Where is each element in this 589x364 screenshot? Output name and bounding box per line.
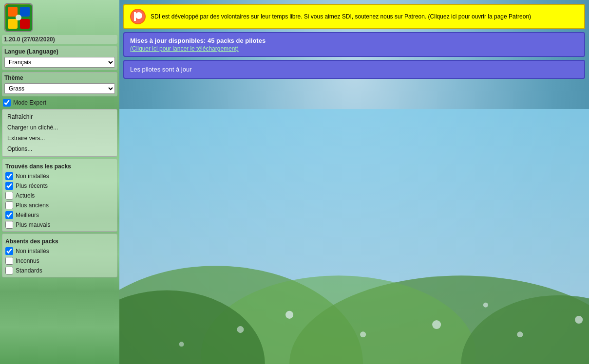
absent-non-installed-row: Non installés xyxy=(4,247,115,255)
svg-point-5 xyxy=(16,15,21,20)
updates-notification[interactable]: Mises à jour disponibles: 45 packs de pi… xyxy=(123,32,585,57)
found-in-packs-label: Trouvés dans les packs xyxy=(4,161,115,171)
uptodate-notification: Les pilotes sont à jour xyxy=(123,60,585,79)
svg-rect-3 xyxy=(8,19,18,29)
expert-mode-label[interactable]: Mode Expert xyxy=(13,99,46,106)
patreon-icon xyxy=(130,9,146,24)
svg-point-21 xyxy=(135,12,142,19)
absent-inconnus-checkbox[interactable] xyxy=(5,257,13,265)
expert-mode-row: Mode Expert xyxy=(2,98,117,107)
filter-non-installed-label[interactable]: Non installés xyxy=(16,173,49,180)
svg-rect-4 xyxy=(20,19,30,29)
svg-point-13 xyxy=(360,332,366,338)
filter-plus-mauvais-checkbox[interactable] xyxy=(5,221,13,229)
filter-actuels-checkbox[interactable] xyxy=(5,192,13,200)
absent-from-packs-label: Absents des packs xyxy=(4,236,115,246)
found-in-packs-section: Trouvés dans les packs Non installés Plu… xyxy=(2,159,117,232)
filter-actuels-label[interactable]: Actuels xyxy=(16,192,35,199)
updates-title: Mises à jour disponibles: 45 packs de pi… xyxy=(130,37,578,44)
svg-point-19 xyxy=(575,316,583,324)
absent-inconnus-row: Inconnus xyxy=(4,256,115,265)
absent-standards-label[interactable]: Standards xyxy=(16,267,42,274)
filter-plus-mauvais-row: Plus mauvais xyxy=(4,220,115,229)
absent-from-packs-section: Absents des packs Non installés Inconnus… xyxy=(2,234,117,277)
filter-meilleurs-label[interactable]: Meilleurs xyxy=(16,212,39,218)
filter-plus-recents-row: Plus récents xyxy=(4,182,115,190)
grass-svg xyxy=(119,109,589,364)
filter-plus-anciens-label[interactable]: Plus anciens xyxy=(16,202,49,209)
menu-item-extraire[interactable]: Extraire vers... xyxy=(3,133,116,144)
filter-meilleurs-row: Meilleurs xyxy=(4,211,115,219)
sidebar: 1.20.0 (27/02/2020) Langue (Language) Fr… xyxy=(0,0,119,364)
theme-section: Thème Grass Default Dark Blue xyxy=(2,72,117,96)
filter-plus-anciens-checkbox[interactable] xyxy=(5,201,13,209)
filter-non-installed-row: Non installés xyxy=(4,172,115,181)
absent-standards-row: Standards xyxy=(4,266,115,275)
app-logo xyxy=(4,3,33,32)
svg-point-14 xyxy=(432,320,441,329)
logo-area xyxy=(2,2,117,33)
filter-plus-recents-checkbox[interactable] xyxy=(5,182,13,190)
absent-standards-checkbox[interactable] xyxy=(5,267,13,274)
absent-non-installed-checkbox[interactable] xyxy=(5,247,13,255)
svg-rect-1 xyxy=(8,7,18,17)
uptodate-text: Les pilotes sont à jour xyxy=(130,66,578,73)
version-label: 1.20.0 (27/02/2020) xyxy=(2,35,117,44)
svg-point-15 xyxy=(483,303,488,308)
patreon-text: SDI est développé par des volontaires su… xyxy=(151,12,531,21)
svg-point-17 xyxy=(517,332,523,338)
filter-meilleurs-checkbox[interactable] xyxy=(5,211,13,219)
language-select[interactable]: Français English Deutsch Español xyxy=(4,57,115,68)
svg-rect-2 xyxy=(20,7,30,17)
expert-mode-checkbox[interactable] xyxy=(3,99,11,107)
content-area: SDI est développé par des volontaires su… xyxy=(123,4,585,79)
filter-plus-recents-label[interactable]: Plus récents xyxy=(16,182,48,189)
menu-box: Rafraîchir Charger un cliché... Extraire… xyxy=(2,109,117,157)
filter-plus-anciens-row: Plus anciens xyxy=(4,201,115,210)
patreon-notification[interactable]: SDI est développé par des volontaires su… xyxy=(123,4,585,29)
svg-point-18 xyxy=(179,342,184,347)
theme-label: Thème xyxy=(4,74,115,81)
menu-item-rafraichir[interactable]: Rafraîchir xyxy=(3,111,116,122)
filter-non-installed-checkbox[interactable] xyxy=(5,172,13,180)
menu-item-options[interactable]: Options... xyxy=(3,144,116,154)
filter-plus-mauvais-label[interactable]: Plus mauvais xyxy=(16,221,50,228)
svg-point-12 xyxy=(285,311,293,319)
absent-inconnus-label[interactable]: Inconnus xyxy=(16,257,39,264)
svg-rect-22 xyxy=(134,12,136,21)
theme-select[interactable]: Grass Default Dark Blue xyxy=(4,83,115,94)
absent-non-installed-label[interactable]: Non installés xyxy=(16,248,49,255)
language-label: Langue (Language) xyxy=(4,48,115,55)
filter-actuels-row: Actuels xyxy=(4,191,115,200)
main-content: SDI est développé par des volontaires su… xyxy=(119,0,589,364)
language-section: Langue (Language) Français English Deuts… xyxy=(2,46,117,70)
svg-point-16 xyxy=(237,326,244,333)
menu-item-charger[interactable]: Charger un cliché... xyxy=(3,122,116,133)
updates-link[interactable]: (Cliquer ici pour lancer le téléchargeme… xyxy=(130,45,578,52)
